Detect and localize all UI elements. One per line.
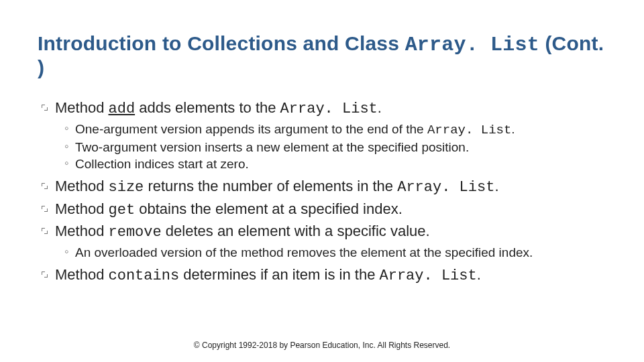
title-prefix: Introduction to Collections and Class	[38, 32, 405, 54]
sub-bullet: Two-argument version inserts a new eleme…	[64, 139, 606, 156]
text: Two-argument version inserts a new eleme…	[75, 140, 469, 154]
sub-bullet: One-argument version appends its argumen…	[64, 121, 606, 139]
sub-bullet-list: One-argument version appends its argumen…	[55, 121, 606, 172]
bullet-contains: Method contains determines if an item is…	[40, 265, 606, 286]
text: An overloaded version of the method remo…	[75, 245, 533, 259]
method-get-code: get	[109, 202, 136, 219]
bullet-add: Method add adds elements to the Array. L…	[40, 98, 606, 172]
method-remove-code: remove	[109, 224, 162, 241]
sub-bullet: An overloaded version of the method remo…	[64, 244, 606, 261]
method-size-code: size	[109, 179, 144, 196]
class-arraylist-code: Array. List	[280, 101, 378, 117]
text: Method	[55, 99, 109, 116]
text: .	[494, 178, 498, 194]
title-class-code: Array. List	[405, 34, 539, 56]
text: Collection indices start at zero.	[75, 157, 249, 171]
text: .	[511, 122, 515, 136]
class-arraylist-code: Array. List	[397, 179, 494, 196]
bullet-remove: Method remove deletes an element with a …	[40, 221, 606, 261]
text: returns the number of elements in the	[144, 178, 397, 194]
bullet-size: Method size returns the number of elemen…	[40, 176, 606, 198]
text: obtains the element at a specified index…	[135, 200, 402, 217]
text: deletes an element with a specific value…	[162, 223, 430, 239]
text: Method	[55, 178, 109, 194]
class-arraylist-code: Array. List	[379, 267, 476, 284]
method-contains-code: contains	[109, 267, 180, 284]
text: One-argument version appends its argumen…	[75, 122, 427, 136]
bullet-get: Method get obtains the element at a spec…	[40, 199, 606, 221]
sub-bullet: Collection indices start at zero.	[64, 156, 606, 172]
slide-title: Introduction to Collections and Class Ar…	[38, 32, 606, 79]
slide: Introduction to Collections and Class Ar…	[0, 0, 644, 362]
sub-bullet-list: An overloaded version of the method remo…	[55, 244, 606, 261]
text: Method	[55, 200, 109, 217]
method-add-code: add	[109, 101, 136, 117]
bullet-list: Method add adds elements to the Array. L…	[38, 98, 606, 286]
text: Method	[55, 266, 109, 283]
text: adds elements to the	[135, 99, 280, 116]
copyright-footer: © Copyright 1992-2018 by Pearson Educati…	[0, 341, 644, 350]
text: determines if an item is in the	[179, 266, 379, 283]
class-arraylist-code: Array. List	[427, 123, 511, 137]
text: .	[477, 266, 481, 283]
text: Method	[55, 223, 109, 239]
text: .	[378, 99, 382, 116]
